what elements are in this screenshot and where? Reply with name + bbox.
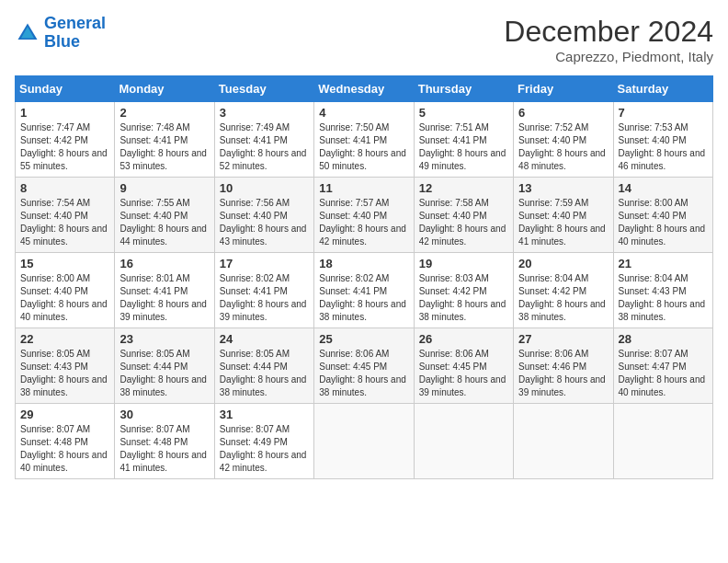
calendar-cell: 27Sunrise: 8:06 AMSunset: 4:46 PMDayligh… bbox=[514, 328, 613, 404]
calendar-cell: 31Sunrise: 8:07 AMSunset: 4:49 PMDayligh… bbox=[214, 404, 313, 479]
calendar-cell: 28Sunrise: 8:07 AMSunset: 4:47 PMDayligh… bbox=[613, 328, 712, 404]
title-block: December 2024 Caprezzo, Piedmont, Italy bbox=[504, 15, 713, 64]
cell-info: Sunrise: 8:00 AMSunset: 4:40 PMDaylight:… bbox=[20, 273, 108, 322]
cell-info: Sunrise: 7:50 AMSunset: 4:41 PMDaylight:… bbox=[319, 122, 406, 171]
calendar-cell: 12Sunrise: 7:58 AMSunset: 4:40 PMDayligh… bbox=[414, 178, 513, 253]
calendar-cell bbox=[613, 404, 712, 479]
col-header-friday: Friday bbox=[514, 76, 613, 102]
day-number: 7 bbox=[619, 106, 708, 120]
main-title: December 2024 bbox=[504, 15, 713, 49]
day-number: 9 bbox=[119, 181, 209, 195]
calendar-cell: 21Sunrise: 8:04 AMSunset: 4:43 PMDayligh… bbox=[613, 253, 712, 328]
cell-info: Sunrise: 8:04 AMSunset: 4:42 PMDaylight:… bbox=[518, 273, 606, 322]
day-number: 28 bbox=[619, 332, 708, 346]
day-number: 23 bbox=[119, 332, 209, 346]
day-number: 12 bbox=[419, 181, 508, 195]
day-number: 27 bbox=[518, 332, 608, 346]
cell-info: Sunrise: 8:05 AMSunset: 4:43 PMDaylight:… bbox=[20, 349, 108, 397]
cell-info: Sunrise: 8:07 AMSunset: 4:47 PMDaylight:… bbox=[619, 349, 706, 397]
calendar-cell: 26Sunrise: 8:06 AMSunset: 4:45 PMDayligh… bbox=[414, 328, 513, 404]
cell-info: Sunrise: 8:02 AMSunset: 4:41 PMDaylight:… bbox=[319, 273, 406, 322]
day-number: 21 bbox=[619, 257, 708, 270]
cell-info: Sunrise: 8:00 AMSunset: 4:40 PMDaylight:… bbox=[619, 198, 706, 247]
calendar-cell: 25Sunrise: 8:06 AMSunset: 4:45 PMDayligh… bbox=[314, 328, 414, 404]
subtitle: Caprezzo, Piedmont, Italy bbox=[504, 49, 713, 64]
day-number: 18 bbox=[319, 257, 408, 270]
logo: General Blue bbox=[15, 15, 106, 52]
cell-info: Sunrise: 7:57 AMSunset: 4:40 PMDaylight:… bbox=[319, 198, 406, 247]
day-number: 2 bbox=[119, 106, 209, 120]
day-number: 17 bbox=[220, 257, 309, 270]
calendar-cell: 7Sunrise: 7:53 AMSunset: 4:40 PMDaylight… bbox=[613, 102, 712, 178]
calendar-cell: 17Sunrise: 8:02 AMSunset: 4:41 PMDayligh… bbox=[214, 253, 313, 328]
cell-info: Sunrise: 7:51 AMSunset: 4:41 PMDaylight:… bbox=[419, 122, 506, 171]
calendar-cell: 24Sunrise: 8:05 AMSunset: 4:44 PMDayligh… bbox=[214, 328, 313, 404]
day-number: 8 bbox=[20, 181, 109, 195]
day-number: 1 bbox=[20, 106, 109, 120]
week-row-2: 8Sunrise: 7:54 AMSunset: 4:40 PMDaylight… bbox=[16, 178, 713, 253]
calendar-cell: 9Sunrise: 7:55 AMSunset: 4:40 PMDaylight… bbox=[115, 178, 214, 253]
cell-info: Sunrise: 7:48 AMSunset: 4:41 PMDaylight:… bbox=[119, 122, 207, 171]
cell-info: Sunrise: 8:01 AMSunset: 4:41 PMDaylight:… bbox=[119, 273, 207, 322]
day-number: 5 bbox=[419, 106, 508, 120]
cell-info: Sunrise: 8:06 AMSunset: 4:46 PMDaylight:… bbox=[518, 349, 606, 397]
col-header-monday: Monday bbox=[115, 76, 214, 102]
calendar-cell: 23Sunrise: 8:05 AMSunset: 4:44 PMDayligh… bbox=[115, 328, 214, 404]
cell-info: Sunrise: 7:54 AMSunset: 4:40 PMDaylight:… bbox=[20, 198, 108, 247]
cell-info: Sunrise: 8:05 AMSunset: 4:44 PMDaylight:… bbox=[119, 349, 207, 397]
calendar-cell: 1Sunrise: 7:47 AMSunset: 4:42 PMDaylight… bbox=[16, 102, 115, 178]
calendar-cell: 16Sunrise: 8:01 AMSunset: 4:41 PMDayligh… bbox=[115, 253, 214, 328]
cell-info: Sunrise: 8:07 AMSunset: 4:49 PMDaylight:… bbox=[220, 424, 307, 473]
logo-icon bbox=[15, 20, 40, 46]
cell-info: Sunrise: 8:04 AMSunset: 4:43 PMDaylight:… bbox=[619, 273, 706, 322]
cell-info: Sunrise: 8:06 AMSunset: 4:45 PMDaylight:… bbox=[419, 349, 506, 397]
day-number: 29 bbox=[20, 408, 109, 421]
col-header-wednesday: Wednesday bbox=[314, 76, 414, 102]
cell-info: Sunrise: 8:06 AMSunset: 4:45 PMDaylight:… bbox=[319, 349, 406, 397]
day-number: 24 bbox=[220, 332, 309, 346]
col-header-tuesday: Tuesday bbox=[214, 76, 313, 102]
calendar-cell bbox=[314, 404, 414, 479]
day-number: 20 bbox=[518, 257, 608, 270]
cell-info: Sunrise: 7:52 AMSunset: 4:40 PMDaylight:… bbox=[518, 122, 606, 171]
week-row-3: 15Sunrise: 8:00 AMSunset: 4:40 PMDayligh… bbox=[16, 253, 713, 328]
calendar-cell: 11Sunrise: 7:57 AMSunset: 4:40 PMDayligh… bbox=[314, 178, 414, 253]
day-number: 13 bbox=[518, 181, 608, 195]
day-number: 4 bbox=[319, 106, 408, 120]
calendar-cell: 15Sunrise: 8:00 AMSunset: 4:40 PMDayligh… bbox=[16, 253, 115, 328]
cell-info: Sunrise: 7:59 AMSunset: 4:40 PMDaylight:… bbox=[518, 198, 606, 247]
cell-info: Sunrise: 7:56 AMSunset: 4:40 PMDaylight:… bbox=[220, 198, 307, 247]
calendar-header-row: SundayMondayTuesdayWednesdayThursdayFrid… bbox=[16, 76, 713, 102]
cell-info: Sunrise: 7:55 AMSunset: 4:40 PMDaylight:… bbox=[119, 198, 207, 247]
col-header-sunday: Sunday bbox=[16, 76, 115, 102]
page-header: General Blue December 2024 Caprezzo, Pie… bbox=[15, 15, 713, 64]
col-header-thursday: Thursday bbox=[414, 76, 513, 102]
cell-info: Sunrise: 7:58 AMSunset: 4:40 PMDaylight:… bbox=[419, 198, 506, 247]
calendar-cell: 3Sunrise: 7:49 AMSunset: 4:41 PMDaylight… bbox=[214, 102, 313, 178]
week-row-4: 22Sunrise: 8:05 AMSunset: 4:43 PMDayligh… bbox=[16, 328, 713, 404]
cell-info: Sunrise: 8:03 AMSunset: 4:42 PMDaylight:… bbox=[419, 273, 506, 322]
day-number: 30 bbox=[119, 408, 209, 421]
calendar-cell: 22Sunrise: 8:05 AMSunset: 4:43 PMDayligh… bbox=[16, 328, 115, 404]
week-row-1: 1Sunrise: 7:47 AMSunset: 4:42 PMDaylight… bbox=[16, 102, 713, 178]
cell-info: Sunrise: 8:05 AMSunset: 4:44 PMDaylight:… bbox=[220, 349, 307, 397]
day-number: 26 bbox=[419, 332, 508, 346]
day-number: 22 bbox=[20, 332, 109, 346]
day-number: 3 bbox=[220, 106, 309, 120]
day-number: 6 bbox=[518, 106, 608, 120]
cell-info: Sunrise: 8:07 AMSunset: 4:48 PMDaylight:… bbox=[119, 424, 207, 473]
cell-info: Sunrise: 7:53 AMSunset: 4:40 PMDaylight:… bbox=[619, 122, 706, 171]
calendar-cell: 10Sunrise: 7:56 AMSunset: 4:40 PMDayligh… bbox=[214, 178, 313, 253]
cell-info: Sunrise: 8:02 AMSunset: 4:41 PMDaylight:… bbox=[220, 273, 307, 322]
calendar-cell: 30Sunrise: 8:07 AMSunset: 4:48 PMDayligh… bbox=[115, 404, 214, 479]
cell-info: Sunrise: 8:07 AMSunset: 4:48 PMDaylight:… bbox=[20, 424, 108, 473]
day-number: 14 bbox=[619, 181, 708, 195]
calendar-cell: 2Sunrise: 7:48 AMSunset: 4:41 PMDaylight… bbox=[115, 102, 214, 178]
logo-text: General Blue bbox=[44, 15, 106, 52]
calendar-cell bbox=[414, 404, 513, 479]
calendar-cell: 29Sunrise: 8:07 AMSunset: 4:48 PMDayligh… bbox=[16, 404, 115, 479]
calendar-cell: 8Sunrise: 7:54 AMSunset: 4:40 PMDaylight… bbox=[16, 178, 115, 253]
calendar-cell: 19Sunrise: 8:03 AMSunset: 4:42 PMDayligh… bbox=[414, 253, 513, 328]
calendar-cell: 4Sunrise: 7:50 AMSunset: 4:41 PMDaylight… bbox=[314, 102, 414, 178]
calendar-cell: 20Sunrise: 8:04 AMSunset: 4:42 PMDayligh… bbox=[514, 253, 613, 328]
